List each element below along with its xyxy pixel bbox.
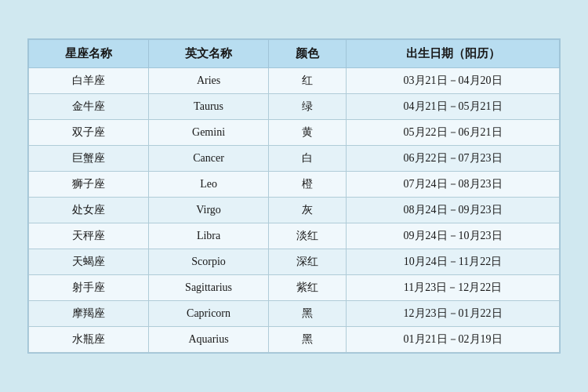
zodiac-table-container: 星座名称英文名称颜色出生日期（阳历） 白羊座Aries红03月21日－04月20…: [27, 38, 561, 354]
cell-r1-c3: 04月21日－05月21日: [347, 94, 560, 120]
cell-r2-c3: 05月22日－06月21日: [347, 120, 560, 146]
cell-r7-c3: 10月24日－11月22日: [347, 249, 560, 275]
table-row: 天秤座Libra淡红09月24日－10月23日: [29, 223, 560, 249]
col-header-2: 颜色: [269, 40, 347, 68]
cell-r3-c1: Cancer: [149, 146, 269, 172]
cell-r7-c2: 深红: [269, 249, 347, 275]
cell-r3-c0: 巨蟹座: [29, 146, 149, 172]
table-row: 水瓶座Aquarius黑01月21日－02月19日: [29, 327, 560, 353]
cell-r2-c1: Gemini: [149, 120, 269, 146]
cell-r3-c3: 06月22日－07月23日: [347, 146, 560, 172]
cell-r8-c3: 11月23日－12月22日: [347, 275, 560, 301]
cell-r2-c2: 黄: [269, 120, 347, 146]
table-row: 摩羯座Capricorn黑12月23日－01月22日: [29, 301, 560, 327]
table-row: 射手座Sagittarius紫红11月23日－12月22日: [29, 275, 560, 301]
cell-r2-c0: 双子座: [29, 120, 149, 146]
cell-r3-c2: 白: [269, 146, 347, 172]
cell-r0-c2: 红: [269, 68, 347, 94]
col-header-0: 星座名称: [29, 40, 149, 68]
cell-r5-c2: 灰: [269, 198, 347, 223]
cell-r8-c2: 紫红: [269, 275, 347, 301]
cell-r4-c2: 橙: [269, 172, 347, 198]
table-row: 白羊座Aries红03月21日－04月20日: [29, 68, 560, 94]
cell-r5-c3: 08月24日－09月23日: [347, 198, 560, 223]
cell-r0-c1: Aries: [149, 68, 269, 94]
cell-r9-c1: Capricorn: [149, 301, 269, 327]
cell-r10-c0: 水瓶座: [29, 327, 149, 353]
table-row: 双子座Gemini黄05月22日－06月21日: [29, 120, 560, 146]
cell-r1-c1: Taurus: [149, 94, 269, 120]
table-row: 天蝎座Scorpio深红10月24日－11月22日: [29, 249, 560, 275]
col-header-1: 英文名称: [149, 40, 269, 68]
col-header-3: 出生日期（阳历）: [347, 40, 560, 68]
table-header-row: 星座名称英文名称颜色出生日期（阳历）: [29, 40, 560, 68]
cell-r10-c2: 黑: [269, 327, 347, 353]
cell-r5-c1: Virgo: [149, 198, 269, 223]
table-row: 处女座Virgo灰08月24日－09月23日: [29, 198, 560, 223]
cell-r10-c1: Aquarius: [149, 327, 269, 353]
table-row: 巨蟹座Cancer白06月22日－07月23日: [29, 146, 560, 172]
cell-r4-c1: Leo: [149, 172, 269, 198]
cell-r6-c0: 天秤座: [29, 223, 149, 249]
cell-r0-c0: 白羊座: [29, 68, 149, 94]
cell-r8-c1: Sagittarius: [149, 275, 269, 301]
cell-r8-c0: 射手座: [29, 275, 149, 301]
cell-r7-c0: 天蝎座: [29, 249, 149, 275]
cell-r6-c2: 淡红: [269, 223, 347, 249]
cell-r6-c3: 09月24日－10月23日: [347, 223, 560, 249]
cell-r9-c0: 摩羯座: [29, 301, 149, 327]
table-row: 狮子座Leo橙07月24日－08月23日: [29, 172, 560, 198]
cell-r7-c1: Scorpio: [149, 249, 269, 275]
cell-r10-c3: 01月21日－02月19日: [347, 327, 560, 353]
cell-r5-c0: 处女座: [29, 198, 149, 223]
table-body: 白羊座Aries红03月21日－04月20日金牛座Taurus绿04月21日－0…: [29, 68, 560, 353]
table-row: 金牛座Taurus绿04月21日－05月21日: [29, 94, 560, 120]
cell-r6-c1: Libra: [149, 223, 269, 249]
cell-r1-c2: 绿: [269, 94, 347, 120]
cell-r9-c2: 黑: [269, 301, 347, 327]
cell-r0-c3: 03月21日－04月20日: [347, 68, 560, 94]
cell-r4-c0: 狮子座: [29, 172, 149, 198]
cell-r1-c0: 金牛座: [29, 94, 149, 120]
zodiac-table: 星座名称英文名称颜色出生日期（阳历） 白羊座Aries红03月21日－04月20…: [28, 39, 560, 353]
cell-r9-c3: 12月23日－01月22日: [347, 301, 560, 327]
cell-r4-c3: 07月24日－08月23日: [347, 172, 560, 198]
